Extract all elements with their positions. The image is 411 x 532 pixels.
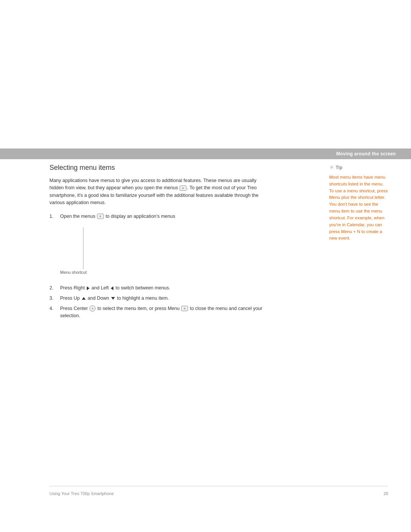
center-icon <box>89 305 96 312</box>
section-heading: Selecting menu items <box>49 164 263 172</box>
page-container: Moving around the screen Selecting menu … <box>0 0 411 532</box>
list-num-3: 3. <box>49 295 60 302</box>
tip-text: Most menu items have menu shortcuts list… <box>329 174 388 242</box>
footer-left-text: Using Your Treo 700p Smartphone <box>49 491 114 496</box>
list-text-2: Press Right and Left to switch between m… <box>60 284 263 292</box>
steps-list-2: 2. Press Right and Left to switch betwee… <box>49 284 263 319</box>
menu-screenshot-box <box>83 227 84 269</box>
footer-page-number: 28 <box>384 491 388 496</box>
list-text-4: Press Center to select the menu item, or… <box>60 305 263 320</box>
list-text-1: Open the menus ≡ to display an applicati… <box>60 213 263 220</box>
left-arrow-icon <box>111 286 113 290</box>
list-text-3: Press Up and Down to highlight a menu it… <box>60 295 263 302</box>
tip-header: ✳ Tip <box>329 164 388 171</box>
list-item-4: 4. Press Center to select the menu item,… <box>49 305 263 320</box>
up-arrow-icon <box>82 297 86 300</box>
footer-divider <box>49 486 388 486</box>
tip-label: Tip <box>336 165 342 170</box>
header-bar-title: Moving around the screen <box>336 151 396 157</box>
right-arrow-icon <box>87 286 89 290</box>
sidebar-tip: ✳ Tip Most menu items have menu shortcut… <box>329 164 388 242</box>
menu-icon-step1: ≡ <box>97 214 104 219</box>
header-bar: Moving around the screen <box>0 149 411 159</box>
list-item-3: 3. Press Up and Down to highlight a menu… <box>49 295 263 302</box>
list-num-2: 2. <box>49 284 60 292</box>
list-num-4: 4. <box>49 305 60 312</box>
menu-icon-inline: ≡ <box>180 185 186 191</box>
menu-icon-step4: ≡ <box>181 306 188 311</box>
main-content: Selecting menu items Many applications h… <box>49 164 263 322</box>
menu-shortcut-label: Menu shortcut <box>60 270 87 275</box>
down-arrow-icon <box>111 297 115 300</box>
steps-list: 1. Open the menus ≡ to display an applic… <box>49 213 263 220</box>
list-num-1: 1. <box>49 213 60 220</box>
intro-text: Many applications have menus to give you… <box>49 177 263 207</box>
tip-star-icon: ✳ <box>329 164 334 171</box>
list-item-2: 2. Press Right and Left to switch betwee… <box>49 284 263 292</box>
list-item: 1. Open the menus ≡ to display an applic… <box>49 213 263 220</box>
menu-screenshot-area: Menu shortcut <box>60 227 263 277</box>
